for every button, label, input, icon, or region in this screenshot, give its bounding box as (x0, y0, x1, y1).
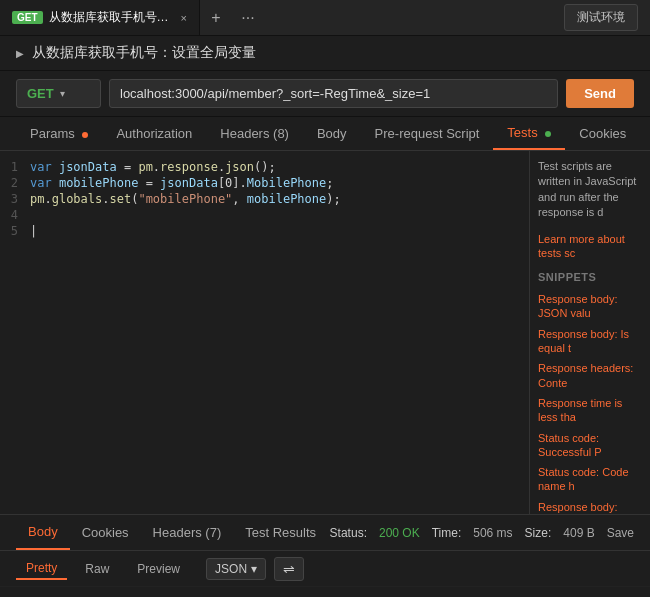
json-format-select[interactable]: JSON ▾ (206, 558, 266, 580)
expand-icon[interactable]: ▶ (16, 48, 24, 59)
json-label: JSON (215, 562, 247, 576)
line-code-5: | (30, 224, 37, 238)
main-content: 1 var jsonData = pm.response.json(); 2 v… (0, 151, 650, 514)
line-num-1: 1 (0, 160, 30, 174)
method-label: GET (27, 86, 54, 101)
code-line-4: 4 (0, 207, 529, 223)
tab-headers[interactable]: Headers (8) (206, 118, 303, 149)
status-value: 200 OK (379, 526, 420, 540)
environment-button[interactable]: 测试环境 (564, 4, 638, 31)
tab-prerequest[interactable]: Pre-request Script (361, 118, 494, 149)
snippet-7[interactable]: Response body: Convert X Object (538, 497, 642, 514)
more-tabs-button[interactable]: ··· (232, 0, 264, 35)
request-title: 从数据库获取手机号：设置全局变量 (32, 44, 256, 62)
new-tab-button[interactable]: + (200, 0, 232, 35)
snippet-3[interactable]: Response headers: Conte (538, 358, 642, 393)
method-arrow-icon: ▾ (60, 88, 65, 99)
method-select[interactable]: GET ▾ (16, 79, 101, 108)
response-section: Body Cookies Headers (7) Test Results St… (0, 514, 650, 587)
snippet-5[interactable]: Status code: Successful P (538, 428, 642, 463)
tab-tests[interactable]: Tests (493, 117, 565, 150)
line-num-4: 4 (0, 208, 30, 222)
send-button[interactable]: Send (566, 79, 634, 108)
response-status-area: Status: 200 OK Time: 506 ms Size: 409 B … (330, 526, 634, 540)
time-label: Time: (432, 526, 462, 540)
tab-method-badge: GET (12, 11, 43, 24)
response-tabs-nav: Body Cookies Headers (7) Test Results St… (0, 515, 650, 551)
save-response-button[interactable]: Save (607, 526, 634, 540)
request-tabs-nav: Params Authorization Headers (8) Body Pr… (0, 117, 650, 151)
code-line-2: 2 var mobilePhone = jsonData[0].MobilePh… (0, 175, 529, 191)
size-label: Size: (525, 526, 552, 540)
tab-title: 从数据库获取手机号：设置全局变 (49, 9, 171, 26)
snippet-2[interactable]: Response body: Is equal t (538, 324, 642, 359)
time-value: 506 ms (473, 526, 512, 540)
json-arrow-icon: ▾ (251, 562, 257, 576)
line-num-5: 5 (0, 224, 30, 238)
learn-more-link[interactable]: Learn more about tests sc (538, 229, 642, 264)
active-tab[interactable]: GET 从数据库获取手机号：设置全局变 × (0, 0, 200, 35)
raw-button[interactable]: Raw (75, 559, 119, 579)
response-tab-cookies[interactable]: Cookies (70, 515, 141, 550)
snippets-panel: Test scripts are written in JavaScript a… (530, 151, 650, 514)
code-line-3: 3 pm.globals.set("mobilePhone", mobilePh… (0, 191, 529, 207)
pretty-button[interactable]: Pretty (16, 558, 67, 580)
response-tab-testresults[interactable]: Test Results (233, 515, 328, 550)
size-value: 409 B (563, 526, 594, 540)
line-code-1: var jsonData = pm.response.json(); (30, 160, 276, 174)
snippet-1[interactable]: Response body: JSON valu (538, 289, 642, 324)
snippets-info-text: Test scripts are written in JavaScript a… (538, 159, 642, 221)
wrap-button[interactable]: ⇌ (274, 557, 304, 581)
url-bar: GET ▾ Send (0, 71, 650, 117)
response-toolbar: Pretty Raw Preview JSON ▾ ⇌ (0, 551, 650, 587)
tab-cookies[interactable]: Cookies (565, 118, 640, 149)
tab-params[interactable]: Params (16, 118, 102, 149)
line-code-2: var mobilePhone = jsonData[0].MobilePhon… (30, 176, 334, 190)
request-title-bar: ▶ 从数据库获取手机号：设置全局变量 (0, 36, 650, 71)
tab-authorization[interactable]: Authorization (102, 118, 206, 149)
url-input[interactable] (109, 79, 558, 108)
snippet-4[interactable]: Response time is less tha (538, 393, 642, 428)
line-num-3: 3 (0, 192, 30, 206)
code-line-5: 5 | (0, 223, 529, 239)
snippet-6[interactable]: Status code: Code name h (538, 462, 642, 497)
snippets-title: SNIPPETS (538, 271, 642, 283)
response-tab-body[interactable]: Body (16, 515, 70, 550)
preview-button[interactable]: Preview (127, 559, 190, 579)
line-num-2: 2 (0, 176, 30, 190)
tab-close-icon[interactable]: × (181, 12, 187, 24)
top-right-area: 测试环境 (564, 4, 650, 31)
params-dot (82, 132, 88, 138)
status-label: Status: (330, 526, 367, 540)
tests-dot (545, 131, 551, 137)
line-code-3: pm.globals.set("mobilePhone", mobilePhon… (30, 192, 341, 206)
tab-body[interactable]: Body (303, 118, 361, 149)
code-line-1: 1 var jsonData = pm.response.json(); (0, 159, 529, 175)
response-tab-headers[interactable]: Headers (7) (141, 515, 234, 550)
tab-bar: GET 从数据库获取手机号：设置全局变 × + ··· 测试环境 (0, 0, 650, 36)
code-editor[interactable]: 1 var jsonData = pm.response.json(); 2 v… (0, 151, 530, 514)
